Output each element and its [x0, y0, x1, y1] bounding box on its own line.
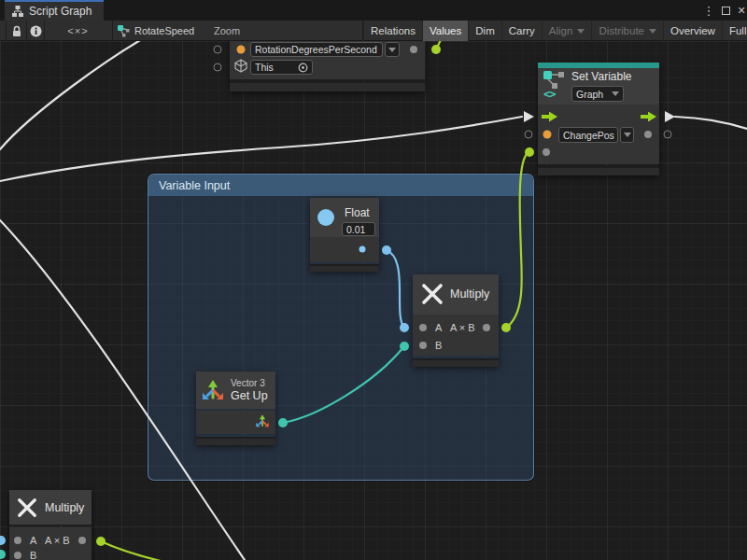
- wire-end-blue: [382, 245, 391, 255]
- script-graph-icon: [11, 5, 24, 18]
- port-hollow[interactable]: [664, 131, 672, 139]
- toolbar-button-dim[interactable]: Dim: [468, 21, 500, 41]
- input-a-label: A: [30, 535, 36, 546]
- toolbar-button-distribute[interactable]: Distribute: [591, 21, 663, 41]
- node-footer: [413, 358, 499, 367]
- wire-white-top-left[interactable]: [0, 41, 142, 149]
- chevron-down-icon: [612, 91, 619, 96]
- toolbar-button-overview[interactable]: Overview: [663, 21, 722, 41]
- set-variable-name-dropdown-button[interactable]: [620, 127, 634, 143]
- node-title: Float: [345, 206, 370, 219]
- zoom-label: Zoom: [215, 21, 239, 41]
- graph-canvas[interactable]: Variable Input RotationDegrees: [0, 41, 747, 560]
- input-b-label: B: [30, 550, 36, 560]
- flow-output-arrow-icon[interactable]: [641, 112, 656, 122]
- flow-input-arrow-icon[interactable]: [542, 112, 557, 122]
- target-object-field[interactable]: This: [250, 60, 313, 75]
- close-icon[interactable]: ✕: [735, 0, 747, 21]
- multiply-icon: [421, 283, 444, 305]
- node-variable-get[interactable]: RotationDegreesPerSecond This: [230, 41, 425, 91]
- toolbar-button-relations[interactable]: Relations: [363, 21, 422, 41]
- port-input[interactable]: [543, 148, 550, 156]
- port-input-a[interactable]: [419, 324, 427, 331]
- node-title: Multiply: [45, 501, 84, 514]
- input-b-label: B: [435, 340, 442, 351]
- port-output[interactable]: [644, 131, 652, 138]
- more-menu-icon[interactable]: ⋮: [702, 0, 715, 21]
- breadcrumb[interactable]: RotateSpeed: [118, 21, 211, 41]
- wire-teal-getup-to-multiply-b[interactable]: [283, 347, 403, 423]
- variable-scope-dropdown[interactable]: Graph: [571, 86, 624, 102]
- port-hollow[interactable]: [214, 46, 222, 54]
- port-hollow[interactable]: [214, 63, 222, 72]
- port-output[interactable]: [483, 324, 490, 331]
- port-output[interactable]: [78, 537, 86, 544]
- multiply-icon: [17, 497, 37, 518]
- variable-name-dropdown[interactable]: RotationDegreesPerSecond: [250, 42, 383, 57]
- float-icon: [317, 209, 334, 226]
- toolbar-button-carry[interactable]: Carry: [501, 21, 542, 41]
- wire-green-bottom-multiply-out[interactable]: [101, 541, 168, 560]
- maximize-icon[interactable]: [719, 0, 732, 21]
- chevron-down-icon: [649, 29, 656, 34]
- toolbar-separator: [112, 21, 113, 41]
- port-variable-value[interactable]: [237, 46, 246, 54]
- toolbar-button-full-screen[interactable]: Full Screen: [722, 21, 747, 41]
- wire-white-from-set-variable[interactable]: [675, 117, 747, 129]
- cube-icon: [234, 59, 247, 73]
- port-hollow[interactable]: [525, 131, 533, 139]
- wire-end-green: [525, 147, 534, 157]
- vector3-icon: [201, 378, 225, 402]
- port-input-b[interactable]: [419, 342, 427, 349]
- node-multiply[interactable]: Multiply A A × B B: [413, 274, 499, 367]
- node-type-label: Vector 3: [231, 378, 265, 388]
- wire-end-green: [431, 45, 441, 54]
- node-get-up[interactable]: Vector 3 Get Up: [196, 371, 275, 445]
- vector3-output-icon[interactable]: [255, 413, 270, 428]
- lock-button[interactable]: [7, 21, 26, 41]
- wire-end-green: [96, 537, 106, 546]
- float-value-field[interactable]: 0.01: [342, 222, 375, 236]
- object-picker-icon[interactable]: [298, 63, 308, 73]
- port-input-b[interactable]: [14, 552, 21, 559]
- toolbar-button-align[interactable]: Align: [542, 21, 592, 41]
- toolbar-buttons: Relations Values Dim Carry Align Distrib…: [363, 21, 747, 41]
- tab-script-graph[interactable]: Script Graph: [5, 0, 104, 21]
- node-multiply-bottom[interactable]: Multiply A A × B B: [9, 490, 92, 560]
- tab-bar: Script Graph ⋮ ✕: [0, 0, 747, 21]
- graph-breadcrumb-icon: [118, 25, 130, 37]
- toolbar-button-values[interactable]: Values: [422, 21, 468, 41]
- wire-green-multiply-to-set-variable[interactable]: [506, 152, 529, 328]
- node-title: Set Variable: [571, 70, 631, 83]
- input-a-label: A: [435, 322, 442, 333]
- wire-arrowhead-out: [665, 111, 675, 122]
- info-button[interactable]: [27, 21, 44, 41]
- code-view-toggle-button[interactable]: <×>: [45, 21, 111, 41]
- node-float-literal[interactable]: Float 0.01: [310, 198, 379, 272]
- node-footer: [196, 437, 275, 445]
- port-float-output[interactable]: [359, 246, 366, 253]
- lock-icon: [11, 25, 22, 37]
- node-title: Multiply: [450, 287, 489, 301]
- node-footer: [230, 81, 425, 91]
- chevron-down-icon: [388, 48, 396, 52]
- chevron-down-icon: [577, 29, 585, 34]
- node-footer: [310, 264, 379, 272]
- tab-label: Script Graph: [29, 5, 92, 18]
- set-variable-icon: [543, 71, 566, 90]
- breadcrumb-label: RotateSpeed: [134, 25, 194, 36]
- output-label: A × B: [450, 322, 475, 333]
- port-variable-value[interactable]: [543, 131, 552, 139]
- port-input-a[interactable]: [14, 537, 21, 544]
- variable-name-dropdown-button[interactable]: [385, 42, 400, 57]
- wire-end-teal: [278, 418, 288, 427]
- wire-blue-float-to-multiply-a[interactable]: [387, 250, 403, 327]
- unity-visual-scripting-window: Script Graph ⋮ ✕ <×>: [0, 0, 747, 560]
- set-variable-name-field[interactable]: ChangePos: [558, 127, 618, 143]
- port-output[interactable]: [410, 46, 417, 53]
- node-footer: [538, 166, 659, 175]
- wire-end-teal: [400, 342, 409, 351]
- wire-end-green: [501, 323, 511, 332]
- graph-toolbar: <×> RotateSpeed Zoom 0.9x Relations Valu…: [0, 21, 747, 41]
- wire-white-to-set-variable[interactable]: [0, 117, 522, 181]
